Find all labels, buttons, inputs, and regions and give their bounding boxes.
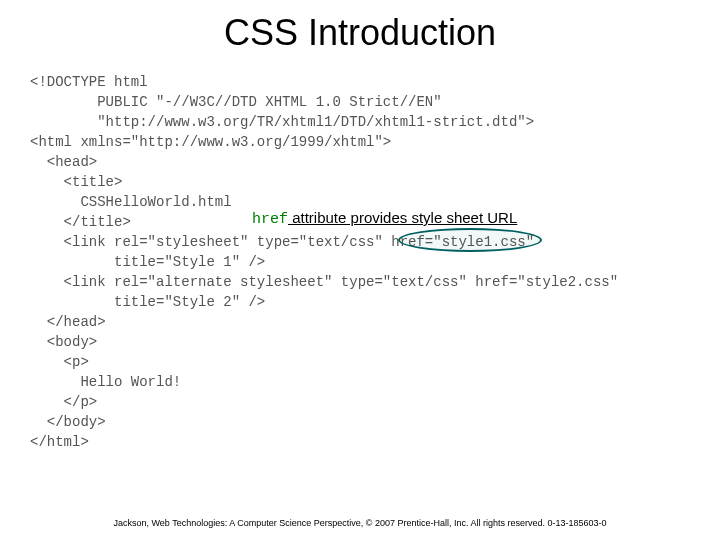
annotation-text: attribute provides style sheet URL xyxy=(288,209,517,226)
footer-text: Jackson, Web Technologies: A Computer Sc… xyxy=(0,518,720,528)
annotation: href attribute provides style sheet URL xyxy=(252,209,517,228)
annotation-keyword: href xyxy=(252,211,288,228)
slide: CSS Introduction <!DOCTYPE html PUBLIC "… xyxy=(0,0,720,540)
highlight-ellipse xyxy=(398,228,542,252)
slide-title: CSS Introduction xyxy=(0,12,720,54)
code-block: <!DOCTYPE html PUBLIC "-//W3C//DTD XHTML… xyxy=(30,72,618,452)
